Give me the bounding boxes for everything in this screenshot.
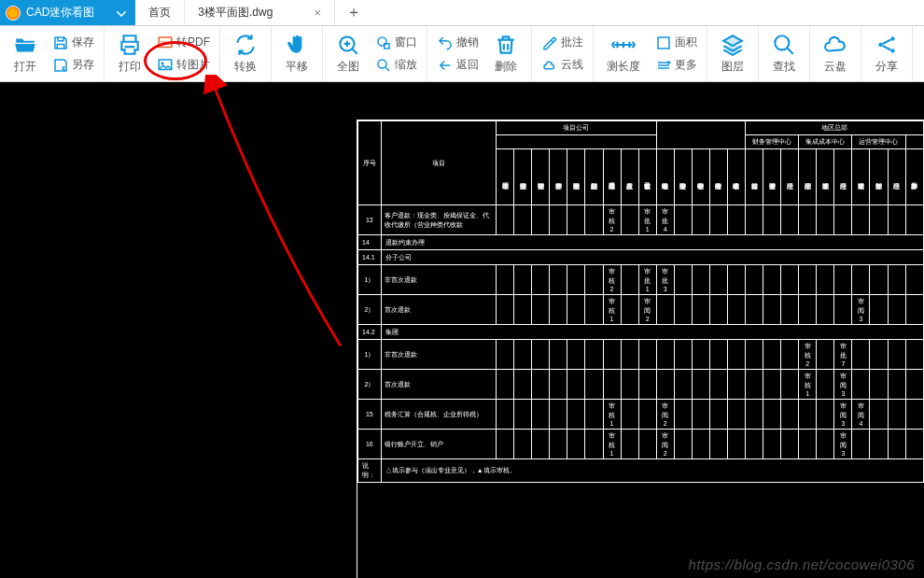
ruler-icon [611,33,636,57]
table-cell [514,400,532,430]
save-label: 保存 [72,35,94,50]
column-header: 资金管理部 [763,149,781,205]
drawing-table: 序号 项目 项目公司 地区总部 财务管理中心 集成成本中心 运营管理中心 工程管… [357,120,924,578]
delete-label: 删除 [495,59,517,75]
pan-button[interactable]: 平移 [281,29,313,78]
table-cell [709,205,727,235]
table-cell: 审批4 [656,205,674,235]
app-title[interactable]: CAD迷你看图 [0,0,135,25]
table-cell [532,370,550,400]
table-cell: 审批7 [834,340,852,370]
share-icon [875,33,899,57]
table-cell: 审批1 [638,265,656,295]
find-button[interactable]: 查找 [768,29,800,78]
close-icon[interactable]: × [314,6,321,20]
share-label: 分享 [875,59,898,75]
table-cell [799,400,817,430]
cloudline-button[interactable]: 云线 [539,55,585,76]
column-header: 营销管理中心 [692,149,709,205]
svg-rect-8 [658,37,669,49]
column-header: 副总经理 [799,149,817,205]
cloud-button[interactable]: 云盘 [819,29,851,78]
to-pdf-button[interactable]: PDF 转PDF [155,33,212,53]
measure-button[interactable]: 测长度 [603,29,644,78]
to-image-button[interactable]: 转图片 [155,55,212,76]
print-button[interactable]: 打印 [114,29,146,78]
share-button[interactable]: 分享 [871,29,903,78]
table-cell [852,430,870,459]
table-cell [905,265,923,295]
layers-button[interactable]: 图层 [717,29,749,78]
cloudline-label: 云线 [561,57,583,73]
saveas-button[interactable]: 另存 [50,55,96,76]
open-button[interactable]: 打开 [9,29,41,78]
table-cell [585,265,603,295]
table-cell [497,400,514,430]
app-logo-icon [6,6,21,21]
back-button[interactable]: 返回 [435,55,481,76]
col-seq-header: 序号 [358,121,382,205]
table-cell [585,400,603,430]
table-cell [709,430,727,459]
table-cell [621,295,638,325]
table-cell [497,430,514,459]
table-cell [692,265,709,295]
window-label: 窗口 [395,35,417,50]
table-cell [621,265,638,295]
column-header: 总经理 [888,149,905,205]
row-item: 集团 [381,325,923,340]
zoom-button[interactable]: 缩放 [373,55,419,76]
fit-button[interactable]: 全图 [332,29,364,78]
back-label: 返回 [456,57,479,73]
table-cell [497,295,514,325]
table-cell [763,265,781,295]
table-cell [781,400,799,430]
delete-button[interactable]: 删除 [490,29,522,78]
table-cell [817,205,834,235]
print-label: 打印 [119,59,141,75]
table-cell [870,295,888,325]
row-no: 16 [358,430,382,459]
tab-home[interactable]: 首页 [135,0,185,25]
undo-button[interactable]: 撤销 [435,33,481,53]
chevron-down-icon[interactable] [117,7,126,20]
table-cell [746,205,763,235]
table-cell [817,295,834,325]
table-cell [781,265,799,295]
section-ops: 运营管理中心 [852,135,905,149]
tab-file[interactable]: 3楼平面图.dwg × [185,0,335,25]
table-cell [514,265,532,295]
table-cell [514,340,532,370]
row-no: 2） [358,295,382,325]
row-item: 税务汇算（合规核、企业所得税） [381,400,496,430]
annotate-button[interactable]: 批注 [539,33,585,53]
fit-label: 全图 [337,59,359,75]
save-button[interactable]: 保存 [50,33,96,53]
column-header: 融合管理部 [567,149,585,205]
table-cell [727,370,745,400]
table-cell [638,370,656,400]
hand-icon [285,33,309,57]
table-cell [905,370,923,400]
convert-button[interactable]: 转换 [230,29,261,78]
cad-canvas[interactable]: 序号 项目 项目公司 地区总部 财务管理中心 集成成本中心 运营管理中心 工程管… [0,82,924,578]
fit-icon [336,33,360,57]
undo-label: 撤销 [456,35,479,50]
row-no: 1） [358,265,382,295]
table-cell: 审阅3 [834,400,852,430]
to-pdf-label: 转PDF [176,35,210,50]
table-cell [817,265,834,295]
cloud-line-icon [541,57,558,74]
table-cell [817,430,834,459]
table-cell [727,265,745,295]
table-cell [621,400,638,430]
area-button[interactable]: 面积 [653,33,699,53]
more-button[interactable]: 更多 [653,55,699,76]
row-no: 15 [358,400,382,430]
table-cell [746,295,763,325]
tab-add-button[interactable]: ＋ [335,0,372,25]
table-cell [674,205,692,235]
table-cell: 审核1 [603,295,621,325]
table-cell: 审核1 [603,430,621,459]
window-button[interactable]: 窗口 [373,33,419,53]
